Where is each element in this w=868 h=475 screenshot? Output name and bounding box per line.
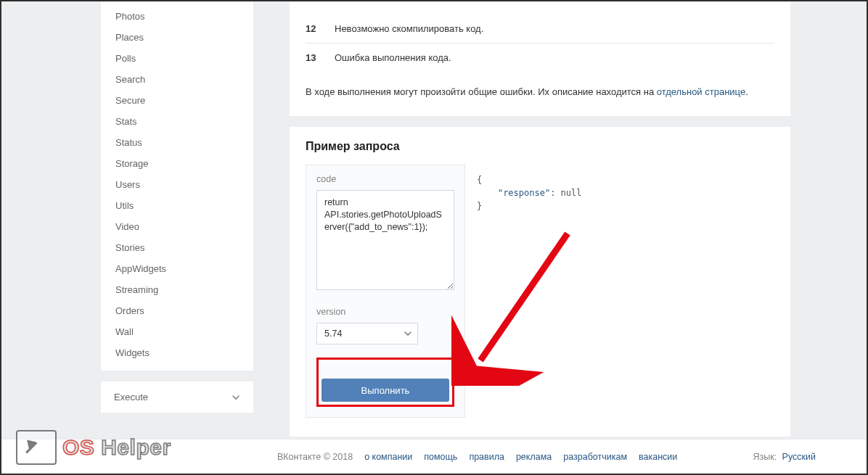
errors-note: В ходе выполнения могут произойти общие …	[306, 86, 774, 97]
sidebar-item-video[interactable]: Video	[101, 216, 253, 237]
footer-copyright: ВКонтакте © 2018	[277, 452, 353, 462]
sidebar-item-places[interactable]: Places	[101, 27, 253, 48]
error-code: 13	[306, 52, 335, 63]
footer: ВКонтакте © 2018 о компании помощь прави…	[1, 439, 867, 474]
execute-button[interactable]: Выполнить	[322, 379, 449, 402]
code-textarea[interactable]	[316, 190, 454, 290]
sidebar-item-status[interactable]: Status	[101, 132, 253, 153]
sidebar-item-secure[interactable]: Secure	[101, 90, 253, 111]
sidebar-item-utils[interactable]: Utils	[101, 195, 253, 216]
sidebar-item-orders[interactable]: Orders	[101, 300, 253, 321]
execute-highlight-annotation: Выполнить	[316, 358, 454, 407]
footer-link-developers[interactable]: разработчикам	[563, 452, 627, 462]
sidebar-item-search[interactable]: Search	[101, 69, 253, 90]
response-output: { "response": null }	[465, 165, 774, 418]
sidebar-execute-toggle[interactable]: Execute	[101, 381, 253, 413]
code-label: code	[316, 174, 454, 184]
sidebar-item-streaming[interactable]: Streaming	[101, 279, 253, 300]
footer-link-rules[interactable]: правила	[469, 452, 504, 462]
sidebar: Photos Places Polls Search Secure Stats …	[101, 1, 253, 474]
sidebar-item-widgets[interactable]: Widgets	[101, 342, 253, 363]
sidebar-item-wall[interactable]: Wall	[101, 321, 253, 342]
example-panel: Пример запроса code version 5.74	[290, 127, 790, 437]
sidebar-item-polls[interactable]: Polls	[101, 48, 253, 69]
footer-lang-link[interactable]: Русский	[782, 452, 816, 462]
chevron-down-icon	[232, 393, 240, 402]
error-message: Невозможно скомпилировать код.	[335, 23, 483, 34]
errors-panel: 12 Невозможно скомпилировать код. 13 Оши…	[290, 1, 790, 116]
sidebar-item-stories[interactable]: Stories	[101, 237, 253, 258]
footer-lang: Язык: Русский	[753, 452, 816, 462]
version-select[interactable]: 5.74	[316, 323, 418, 344]
execute-label: Execute	[114, 392, 148, 402]
main-content: 12 Невозможно скомпилировать код. 13 Оши…	[290, 1, 867, 474]
example-form: code version 5.74	[306, 165, 465, 418]
footer-link-jobs[interactable]: вакансии	[639, 452, 677, 462]
sidebar-item-storage[interactable]: Storage	[101, 153, 253, 174]
footer-link-help[interactable]: помощь	[424, 452, 457, 462]
sidebar-methods-list: Photos Places Polls Search Secure Stats …	[101, 1, 253, 371]
sidebar-item-stats[interactable]: Stats	[101, 111, 253, 132]
error-row: 12 Невозможно скомпилировать код.	[306, 15, 774, 43]
example-title: Пример запроса	[306, 140, 774, 153]
sidebar-item-photos[interactable]: Photos	[101, 6, 253, 27]
version-label: version	[316, 307, 454, 317]
error-message: Ошибка выполнения кода.	[335, 52, 451, 63]
footer-link-ads[interactable]: реклама	[516, 452, 552, 462]
error-row: 13 Ошибка выполнения кода.	[306, 43, 774, 72]
footer-link-about[interactable]: о компании	[364, 452, 412, 462]
sidebar-item-appwidgets[interactable]: AppWidgets	[101, 258, 253, 279]
sidebar-item-users[interactable]: Users	[101, 174, 253, 195]
errors-note-link[interactable]: отдельной странице	[657, 86, 745, 97]
error-code: 12	[306, 23, 335, 34]
